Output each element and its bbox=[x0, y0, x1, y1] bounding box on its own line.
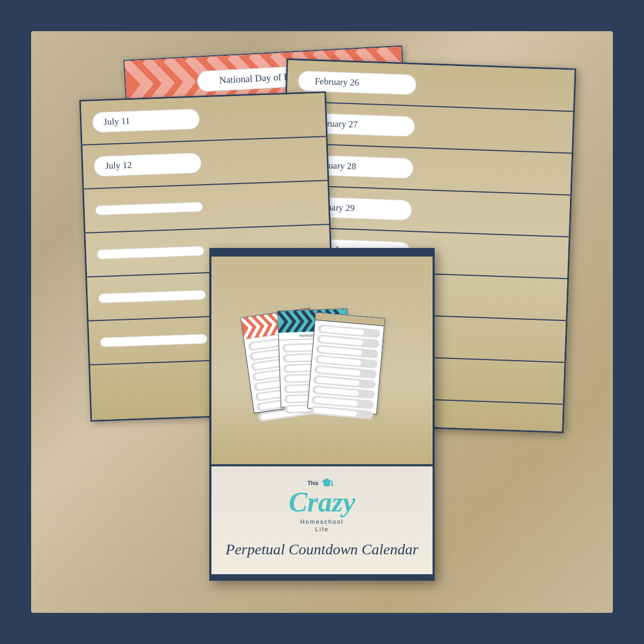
july-pill-4 bbox=[97, 246, 204, 259]
july-pill-6 bbox=[100, 334, 208, 347]
content-area: National Day of Prayer bbox=[31, 31, 613, 613]
july-pill-2: July 12 bbox=[93, 152, 201, 177]
main-bottom-section: This Crazy Homeschool Life Perpetual Cou… bbox=[211, 466, 433, 574]
brand-logo: This Crazy Homeschool Life bbox=[289, 477, 355, 532]
july-row-3 bbox=[84, 181, 329, 233]
outer-frame: National Day of Prayer bbox=[27, 27, 617, 617]
july-pill-3 bbox=[96, 202, 203, 215]
brand-life-text: Life bbox=[315, 526, 329, 532]
top-border-bar bbox=[211, 250, 433, 257]
mini-cards-container: Homeschool Life bbox=[247, 307, 397, 414]
main-cover-page: Homeschool Life bbox=[209, 248, 435, 581]
july-pill-5 bbox=[98, 290, 206, 303]
mini-card-3 bbox=[307, 312, 385, 414]
main-title: Perpetual Countdown Calendar bbox=[225, 541, 418, 558]
svg-point-2 bbox=[331, 484, 333, 486]
july-pill-1: July 11 bbox=[92, 108, 200, 133]
main-wood-section: Homeschool Life bbox=[211, 257, 433, 464]
mini-card3-rows bbox=[307, 320, 384, 423]
brand-this-text: This bbox=[308, 480, 319, 486]
graduation-cap-icon bbox=[320, 477, 333, 488]
brand-homeschool-text: Homeschool bbox=[300, 518, 343, 525]
bottom-border-bar bbox=[211, 574, 433, 579]
july-row-2: July 12 bbox=[83, 137, 328, 189]
brand-crazy-text: Crazy bbox=[289, 490, 355, 515]
july-row-1: July 11 bbox=[81, 93, 326, 145]
